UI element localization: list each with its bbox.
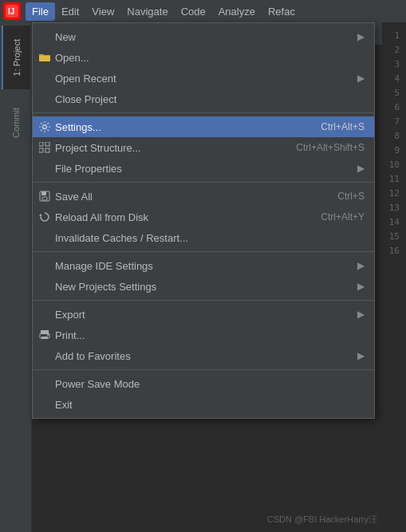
menu-view[interactable]: View bbox=[85, 2, 120, 21]
menu-item-open-recent[interactable]: Open Recent ▶ bbox=[33, 68, 374, 89]
menu-item-reload-shortcut: Ctrl+Alt+Y bbox=[321, 211, 365, 223]
reload-icon bbox=[37, 210, 52, 224]
svg-point-3 bbox=[43, 125, 47, 129]
save-icon bbox=[37, 189, 52, 203]
menu-item-add-favorites-label: Add to Favorites bbox=[55, 350, 354, 362]
menu-item-add-favorites[interactable]: Add to Favorites ▶ bbox=[33, 345, 374, 366]
svg-rect-4 bbox=[39, 142, 43, 146]
dropdown-menu: New ▶ Open... Open Recent ▶ Close Projec… bbox=[32, 22, 375, 419]
svg-text:IJ: IJ bbox=[8, 7, 14, 16]
menu-edit[interactable]: Edit bbox=[55, 2, 85, 21]
svg-rect-5 bbox=[39, 148, 43, 152]
left-sidebar: 1: Project Commit bbox=[0, 22, 32, 532]
menu-refac[interactable]: Refac bbox=[262, 2, 302, 21]
menu-item-export-label: Export bbox=[55, 309, 354, 321]
menu-item-save-all[interactable]: Save All Ctrl+S bbox=[33, 186, 374, 207]
arrow-icon-favorites: ▶ bbox=[357, 350, 365, 361]
menu-item-print[interactable]: Print... bbox=[33, 325, 374, 345]
menu-item-project-structure[interactable]: Project Structure... Ctrl+Alt+Shift+S bbox=[33, 137, 374, 158]
sidebar-tab-commit-label: Commit bbox=[11, 108, 21, 138]
menu-item-save-all-label: Save All bbox=[55, 191, 321, 203]
line-8: 8 bbox=[382, 129, 406, 144]
line-1: 1 bbox=[382, 29, 406, 43]
print-icon bbox=[37, 328, 52, 342]
line-16: 16 bbox=[382, 244, 406, 258]
menu-item-power-save[interactable]: Power Save Mode bbox=[33, 373, 374, 394]
menu-item-new-projects-label: New Projects Settings bbox=[55, 281, 354, 293]
menu-item-export[interactable]: Export ▶ bbox=[33, 304, 374, 325]
separator-1 bbox=[33, 112, 374, 113]
line-numbers: 1 2 3 4 5 6 7 8 9 10 11 12 13 14 15 16 bbox=[382, 22, 406, 532]
svg-point-15 bbox=[47, 334, 49, 336]
svg-rect-10 bbox=[42, 197, 47, 200]
menu-item-project-structure-shortcut: Ctrl+Alt+Shift+S bbox=[296, 142, 365, 153]
line-3: 3 bbox=[382, 57, 406, 72]
arrow-icon-manage-ide: ▶ bbox=[357, 260, 365, 271]
arrow-icon-new: ▶ bbox=[357, 31, 365, 42]
menu-item-project-structure-label: Project Structure... bbox=[55, 142, 280, 154]
settings-icon bbox=[37, 120, 52, 134]
menu-item-invalidate[interactable]: Invalidate Caches / Restart... bbox=[33, 227, 374, 248]
folder-icon bbox=[37, 50, 52, 65]
menu-item-settings[interactable]: Settings... Ctrl+Alt+S bbox=[33, 116, 374, 137]
line-10: 10 bbox=[382, 158, 406, 172]
line-12: 12 bbox=[382, 187, 406, 201]
menu-code[interactable]: Code bbox=[175, 2, 212, 21]
arrow-icon-new-projects: ▶ bbox=[357, 281, 365, 292]
menu-item-new-label: New bbox=[55, 31, 354, 43]
svg-rect-6 bbox=[45, 142, 49, 146]
menu-item-save-all-shortcut: Ctrl+S bbox=[337, 191, 365, 202]
menu-item-open-recent-label: Open Recent bbox=[55, 73, 354, 85]
svg-marker-11 bbox=[39, 214, 41, 217]
menu-item-exit[interactable]: Exit bbox=[33, 394, 374, 415]
sidebar-tab-project-label: 1: Project bbox=[12, 39, 22, 76]
menu-item-reload[interactable]: Reload All from Disk Ctrl+Alt+Y bbox=[33, 207, 374, 227]
separator-2 bbox=[33, 182, 374, 183]
line-13: 13 bbox=[382, 201, 406, 215]
menu-item-reload-label: Reload All from Disk bbox=[55, 211, 305, 223]
menu-navigate[interactable]: Navigate bbox=[120, 2, 174, 21]
menu-item-invalidate-label: Invalidate Caches / Restart... bbox=[55, 232, 365, 244]
line-14: 14 bbox=[382, 215, 406, 230]
separator-3 bbox=[33, 251, 374, 252]
menu-item-open[interactable]: Open... bbox=[33, 47, 374, 68]
line-4: 4 bbox=[382, 72, 406, 86]
arrow-icon-file-props: ▶ bbox=[357, 163, 365, 174]
menu-item-new[interactable]: New ▶ bbox=[33, 26, 374, 47]
menu-item-file-properties[interactable]: File Properties ▶ bbox=[33, 158, 374, 179]
svg-rect-2 bbox=[39, 56, 50, 61]
menu-item-manage-ide-label: Manage IDE Settings bbox=[55, 260, 354, 272]
menu-item-file-properties-label: File Properties bbox=[55, 163, 354, 175]
menu-file[interactable]: File bbox=[26, 2, 55, 21]
svg-rect-9 bbox=[41, 191, 46, 195]
ide-logo: IJ bbox=[3, 2, 21, 20]
menu-bar: IJ File Edit View Navigate Code Analyze … bbox=[0, 0, 406, 22]
menu-item-settings-shortcut: Ctrl+Alt+S bbox=[321, 121, 365, 132]
menu-item-new-projects[interactable]: New Projects Settings ▶ bbox=[33, 276, 374, 297]
arrow-icon-recent: ▶ bbox=[357, 73, 365, 84]
dropdown-overlay: New ▶ Open... Open Recent ▶ Close Projec… bbox=[32, 22, 375, 419]
line-15: 15 bbox=[382, 230, 406, 244]
sidebar-tab-commit[interactable]: Commit bbox=[2, 91, 30, 155]
line-9: 9 bbox=[382, 144, 406, 158]
menu-item-power-save-label: Power Save Mode bbox=[55, 378, 365, 390]
project-structure-icon bbox=[37, 140, 52, 155]
menu-item-settings-label: Settings... bbox=[55, 121, 305, 133]
line-5: 5 bbox=[382, 86, 406, 100]
line-11: 11 bbox=[382, 172, 406, 187]
menu-item-close-project[interactable]: Close Project bbox=[33, 89, 374, 109]
menu-item-manage-ide[interactable]: Manage IDE Settings ▶ bbox=[33, 255, 374, 276]
svg-rect-14 bbox=[41, 337, 48, 339]
menu-analyze[interactable]: Analyze bbox=[212, 2, 262, 21]
separator-4 bbox=[33, 300, 374, 301]
arrow-icon-export: ▶ bbox=[357, 309, 365, 320]
line-7: 7 bbox=[382, 115, 406, 129]
menu-item-close-project-label: Close Project bbox=[55, 93, 365, 105]
svg-rect-7 bbox=[45, 148, 49, 152]
sidebar-tab-project[interactable]: 1: Project bbox=[2, 26, 30, 89]
menu-item-exit-label: Exit bbox=[55, 399, 365, 411]
menu-item-open-label: Open... bbox=[55, 52, 365, 64]
line-6: 6 bbox=[382, 100, 406, 115]
watermark: CSDN @FBI HackerHarry汪 bbox=[267, 514, 377, 526]
menu-item-print-label: Print... bbox=[55, 329, 365, 341]
